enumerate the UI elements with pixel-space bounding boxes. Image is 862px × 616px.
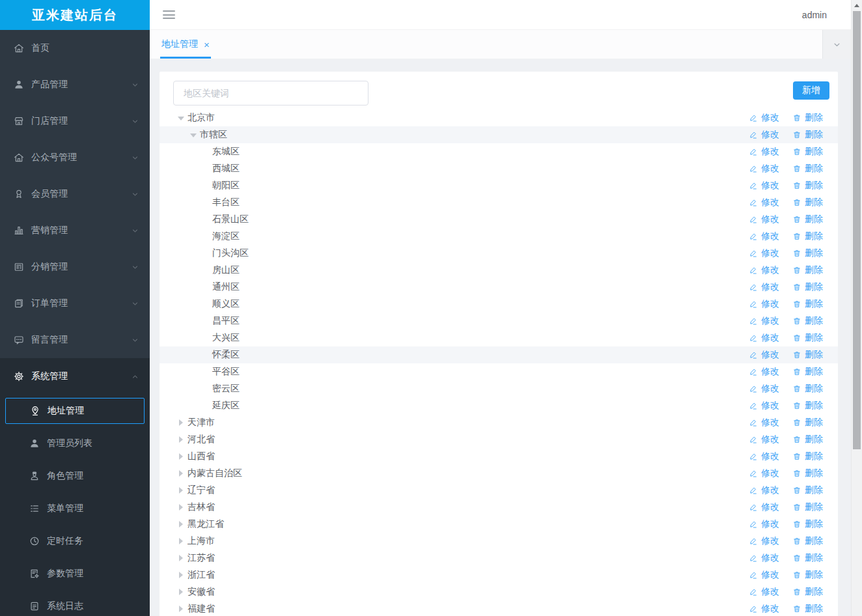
- tree-row[interactable]: 通州区 修改 删除: [160, 279, 838, 296]
- tree-row[interactable]: 上海市 修改 删除: [160, 533, 838, 550]
- tree-row[interactable]: 市辖区 修改 删除: [160, 126, 838, 143]
- caret-icon[interactable]: [178, 115, 184, 121]
- delete-link[interactable]: 删除: [792, 586, 823, 598]
- delete-link[interactable]: 删除: [792, 112, 823, 124]
- delete-link[interactable]: 删除: [792, 484, 823, 496]
- delete-link[interactable]: 删除: [792, 247, 823, 259]
- edit-link[interactable]: 修改: [749, 552, 779, 564]
- tree-row[interactable]: 吉林省 修改 删除: [160, 499, 838, 516]
- delete-link[interactable]: 删除: [792, 468, 823, 479]
- delete-link[interactable]: 删除: [792, 400, 823, 412]
- edit-link[interactable]: 修改: [749, 332, 779, 344]
- delete-link[interactable]: 删除: [792, 569, 823, 581]
- tree-row[interactable]: 昌平区 修改 删除: [160, 313, 838, 329]
- region-keyword-input[interactable]: [173, 81, 368, 105]
- edit-link[interactable]: 修改: [749, 586, 779, 598]
- edit-link[interactable]: 修改: [749, 484, 779, 496]
- tree-row[interactable]: 内蒙古自治区 修改 删除: [160, 465, 838, 482]
- delete-link[interactable]: 删除: [792, 146, 823, 158]
- sidebar-subitem-system-log[interactable]: 系统日志: [0, 590, 150, 616]
- edit-link[interactable]: 修改: [749, 468, 779, 479]
- sidebar-subitem-role-management[interactable]: 角色管理: [0, 460, 150, 492]
- delete-link[interactable]: 删除: [792, 129, 823, 141]
- edit-link[interactable]: 修改: [749, 315, 779, 327]
- sidebar-item-orders[interactable]: 订单管理: [0, 285, 150, 322]
- caret-icon[interactable]: [178, 419, 184, 426]
- delete-link[interactable]: 删除: [792, 197, 823, 208]
- sidebar-item-wechat[interactable]: 公众号管理: [0, 139, 150, 176]
- edit-link[interactable]: 修改: [749, 349, 779, 361]
- tree-row[interactable]: 北京市 修改 删除: [160, 109, 838, 126]
- tree-row[interactable]: 延庆区 修改 删除: [160, 397, 838, 414]
- delete-link[interactable]: 删除: [792, 417, 823, 428]
- caret-icon[interactable]: [178, 555, 184, 561]
- caret-icon[interactable]: [190, 132, 197, 138]
- user-menu[interactable]: admin: [802, 10, 827, 20]
- sidebar-item-products[interactable]: 产品管理: [0, 66, 150, 103]
- delete-link[interactable]: 删除: [792, 315, 823, 327]
- tree-row[interactable]: 门头沟区 修改 删除: [160, 245, 838, 262]
- scrollbar-up-button[interactable]: [852, 0, 862, 11]
- edit-link[interactable]: 修改: [749, 112, 779, 124]
- tree-row[interactable]: 朝阳区 修改 删除: [160, 177, 838, 194]
- sidebar-subitem-menu-management[interactable]: 菜单管理: [0, 492, 150, 525]
- delete-link[interactable]: 删除: [792, 501, 823, 513]
- tree-row[interactable]: 东城区 修改 删除: [160, 143, 838, 160]
- edit-link[interactable]: 修改: [749, 180, 779, 191]
- edit-link[interactable]: 修改: [749, 501, 779, 513]
- scrollbar-track[interactable]: [851, 0, 862, 616]
- sidebar-subitem-admin-list[interactable]: 管理员列表: [0, 427, 150, 460]
- delete-link[interactable]: 删除: [792, 552, 823, 564]
- edit-link[interactable]: 修改: [749, 603, 779, 615]
- sidebar-item-system[interactable]: 系统管理: [0, 358, 150, 395]
- caret-icon[interactable]: [178, 589, 184, 595]
- add-button[interactable]: 新增: [793, 81, 829, 100]
- sidebar-item-marketing[interactable]: 营销管理: [0, 212, 150, 249]
- caret-icon[interactable]: [178, 453, 184, 460]
- edit-link[interactable]: 修改: [749, 163, 779, 175]
- edit-link[interactable]: 修改: [749, 231, 779, 242]
- edit-link[interactable]: 修改: [749, 264, 779, 276]
- scrollbar-thumb[interactable]: [853, 11, 861, 449]
- delete-link[interactable]: 删除: [792, 434, 823, 445]
- delete-link[interactable]: 删除: [792, 264, 823, 276]
- tree-row[interactable]: 房山区 修改 删除: [160, 262, 838, 279]
- delete-link[interactable]: 删除: [792, 451, 823, 462]
- delete-link[interactable]: 删除: [792, 535, 823, 547]
- edit-link[interactable]: 修改: [749, 197, 779, 208]
- edit-link[interactable]: 修改: [749, 281, 779, 293]
- tree-row[interactable]: 西城区 修改 删除: [160, 160, 838, 177]
- caret-icon[interactable]: [178, 436, 184, 443]
- tree-row[interactable]: 怀柔区 修改 删除: [160, 346, 838, 363]
- edit-link[interactable]: 修改: [749, 569, 779, 581]
- tree-row[interactable]: 江苏省 修改 删除: [160, 550, 838, 567]
- tree-row[interactable]: 辽宁省 修改 删除: [160, 482, 838, 499]
- caret-icon[interactable]: [178, 606, 184, 612]
- sidebar-item-stores[interactable]: 门店管理: [0, 103, 150, 139]
- delete-link[interactable]: 删除: [792, 332, 823, 344]
- tree-row[interactable]: 海淀区 修改 删除: [160, 228, 838, 245]
- sidebar-subitem-parameter-management[interactable]: 参数管理: [0, 557, 150, 590]
- sidebar-item-distribution[interactable]: 分销管理: [0, 249, 150, 285]
- hamburger-menu-icon[interactable]: [163, 10, 175, 19]
- tab-options-button[interactable]: [822, 30, 851, 59]
- tree-row[interactable]: 大兴区 修改 删除: [160, 329, 838, 346]
- caret-icon[interactable]: [178, 538, 184, 544]
- edit-link[interactable]: 修改: [749, 400, 779, 412]
- caret-icon[interactable]: [178, 487, 184, 494]
- edit-link[interactable]: 修改: [749, 247, 779, 259]
- tab-close-icon[interactable]: ×: [204, 40, 210, 49]
- tree-row[interactable]: 福建省 修改 删除: [160, 600, 838, 616]
- caret-icon[interactable]: [178, 504, 184, 511]
- sidebar-item-members[interactable]: 会员管理: [0, 176, 150, 212]
- tree-row[interactable]: 黑龙江省 修改 删除: [160, 516, 838, 533]
- tree-row[interactable]: 安徽省 修改 删除: [160, 583, 838, 600]
- sidebar-item-messages[interactable]: 留言管理: [0, 322, 150, 358]
- tree-row[interactable]: 平谷区 修改 删除: [160, 363, 838, 380]
- tree-row[interactable]: 浙江省 修改 删除: [160, 567, 838, 583]
- delete-link[interactable]: 删除: [792, 180, 823, 191]
- tree-row[interactable]: 丰台区 修改 删除: [160, 194, 838, 211]
- tab-address-management[interactable]: 地址管理 ×: [160, 30, 211, 59]
- edit-link[interactable]: 修改: [749, 366, 779, 378]
- delete-link[interactable]: 删除: [792, 281, 823, 293]
